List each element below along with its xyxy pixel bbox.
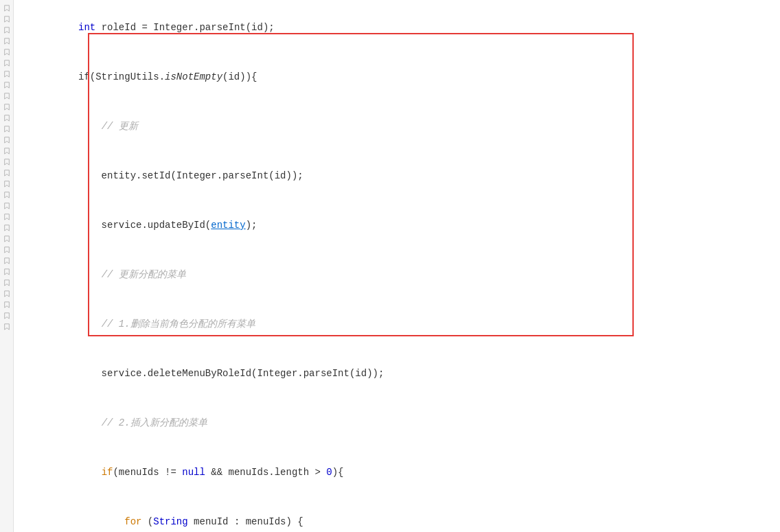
gutter-icon-28[interactable]	[3, 301, 11, 309]
indent	[78, 319, 102, 329]
method-parseint: parseInt	[199, 22, 245, 33]
gutter-icon-17[interactable]	[3, 180, 11, 188]
indent: service.	[78, 368, 148, 379]
code-line-1: int roleId = Integer.parseInt(id);	[21, 3, 780, 52]
indent	[78, 417, 102, 428]
gutter-icon-21[interactable]	[3, 224, 11, 232]
gutter-icon-12[interactable]	[3, 125, 11, 133]
code-line-7: // 1.删除当前角色分配的所有菜单	[21, 299, 780, 349]
code-text: (id));	[268, 170, 303, 181]
code-line-8: service.deleteMenuByRoleId(Integer.parse…	[21, 349, 780, 398]
code-text: );	[246, 220, 257, 231]
method-updatebyid: updateById	[148, 220, 205, 231]
gutter-icon-23[interactable]	[3, 246, 11, 254]
keyword-int: int	[78, 22, 95, 33]
code-text: (id);	[246, 22, 275, 33]
entity-link[interactable]: entity	[211, 220, 245, 231]
code-text: && menuIds.length >	[205, 467, 326, 478]
editor-area: int roleId = Integer.parseInt(id); if(St…	[0, 0, 780, 532]
gutter-icon-1[interactable]	[3, 4, 11, 12]
code-text: (id));	[349, 368, 384, 379]
comment-update-menu: // 更新分配的菜单	[102, 269, 186, 280]
gutter-icon-16[interactable]	[3, 169, 11, 177]
gutter-icon-14[interactable]	[3, 147, 11, 155]
gutter-icon-2[interactable]	[3, 15, 11, 23]
comment-update: // 更新	[102, 121, 138, 132]
indent: entity.	[78, 170, 141, 181]
code-line-4: entity.setId(Integer.parseInt(id));	[21, 151, 780, 200]
gutter-icon-6[interactable]	[3, 59, 11, 67]
method-setid: setId	[141, 170, 170, 181]
gutter-icon-13[interactable]	[3, 136, 11, 144]
gutter-icon-5[interactable]	[3, 48, 11, 56]
gutter-icon-10[interactable]	[3, 103, 11, 111]
indent	[78, 516, 124, 527]
gutter-icon-22[interactable]	[3, 235, 11, 243]
number-zero: 0	[326, 467, 332, 478]
gutter-icon-7[interactable]	[3, 70, 11, 78]
code-text: (	[205, 220, 211, 231]
gutter-icon-30[interactable]	[3, 323, 11, 331]
code-line-9: // 2.插入新分配的菜单	[21, 398, 780, 448]
method-isnotempty: isNotEmpty	[165, 71, 222, 82]
gutter-icon-3[interactable]	[3, 26, 11, 34]
gutter-icon-4[interactable]	[3, 37, 11, 45]
keyword-null: null	[182, 467, 205, 478]
code-area[interactable]: int roleId = Integer.parseInt(id); if(St…	[14, 0, 780, 532]
keyword-if: if	[102, 467, 113, 478]
code-text: (menuIds !=	[113, 467, 182, 478]
comment-delete-menu: // 1.删除当前角色分配的所有菜单	[102, 319, 255, 329]
comment-insert-menu: // 2.插入新分配的菜单	[102, 417, 207, 428]
indent	[78, 467, 102, 478]
gutter-icon-18[interactable]	[3, 191, 11, 199]
gutter	[0, 0, 14, 532]
code-text: (	[141, 516, 153, 527]
keyword-for: for	[124, 516, 141, 527]
method-deletemenu: deleteMenuByRoleId	[148, 368, 251, 379]
code-line-3: // 更新	[21, 102, 780, 151]
code-text: (Integer.	[251, 368, 303, 379]
code-text: roleId = Integer.	[95, 22, 199, 33]
gutter-icon-20[interactable]	[3, 213, 11, 221]
code-content: int roleId = Integer.parseInt(id); if(St…	[21, 0, 780, 532]
gutter-icon-9[interactable]	[3, 92, 11, 100]
code-text: (Integer.	[170, 170, 222, 181]
gutter-icon-11[interactable]	[3, 114, 11, 122]
code-text: menuId : menuIds) {	[188, 516, 303, 527]
method-parseint2: parseInt	[222, 170, 268, 181]
indent	[78, 121, 102, 132]
code-text: (id)){	[222, 71, 257, 82]
gutter-icon-29[interactable]	[3, 312, 11, 320]
code-line-2: if(StringUtils.isNotEmpty(id)){	[21, 52, 780, 102]
code-text: ){	[332, 467, 344, 478]
code-text: if(StringUtils.	[78, 71, 165, 82]
gutter-icon-15[interactable]	[3, 158, 11, 166]
gutter-icon-27[interactable]	[3, 290, 11, 298]
code-line-11: for (String menuId : menuIds) {	[21, 497, 780, 532]
indent: service.	[78, 220, 148, 231]
code-line-6: // 更新分配的菜单	[21, 250, 780, 299]
gutter-icon-8[interactable]	[3, 81, 11, 89]
method-parseint3: parseInt	[303, 368, 349, 379]
gutter-icon-26[interactable]	[3, 279, 11, 287]
indent	[78, 269, 102, 280]
code-line-5: service.updateById(entity);	[21, 200, 780, 250]
gutter-icon-19[interactable]	[3, 202, 11, 210]
gutter-icon-24[interactable]	[3, 257, 11, 265]
code-line-10: if(menuIds != null && menuIds.length > 0…	[21, 448, 780, 497]
gutter-icon-25[interactable]	[3, 268, 11, 276]
type-string: String	[153, 516, 187, 527]
